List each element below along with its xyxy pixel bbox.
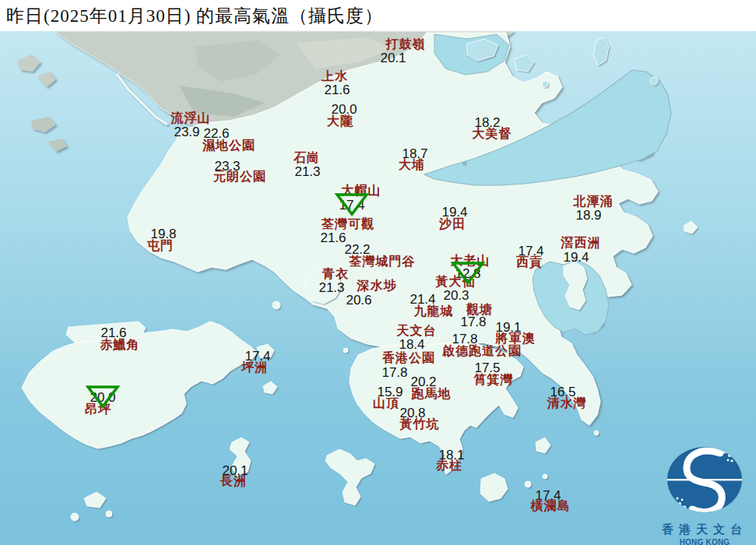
station-value: 23.9 (174, 125, 199, 139)
hko-logo-icon (656, 441, 753, 519)
station-name: 打鼓嶺 (386, 38, 426, 51)
station-name: 香港公園 (382, 352, 435, 364)
station-name: 大埔 (399, 159, 425, 171)
station-name: 赤柱 (436, 459, 462, 472)
station-value: 21.4 (410, 293, 435, 306)
station-name: 流浮山 (171, 112, 211, 125)
station-value: 21.3 (294, 165, 320, 178)
station-value: 20.3 (443, 289, 469, 302)
station-name: 筲箕灣 (474, 374, 514, 386)
station-name: 青衣 (322, 268, 349, 280)
station-name: 觀塘 (466, 304, 493, 316)
station-value: 21.3 (318, 281, 344, 294)
station-name: 大美督 (473, 128, 512, 140)
station-value: 21.6 (320, 231, 346, 244)
station-value: 17.8 (452, 332, 477, 346)
station-name: 九龍城 (414, 305, 454, 318)
station-value: 20.1 (380, 51, 406, 65)
station-value: 18.9 (575, 209, 601, 222)
station-value: 18.4 (399, 338, 424, 351)
station-name: 上水 (322, 70, 348, 83)
station-value: 22.6 (203, 127, 229, 140)
station-name: 大帽山 (342, 185, 382, 197)
station-value: 17.8 (382, 366, 407, 379)
station-name: 沙田 (439, 218, 466, 230)
station-value: 19.4 (563, 251, 589, 264)
station-value: 20.0 (331, 103, 357, 116)
station-name: 大隴 (327, 115, 353, 128)
station-name: 元朗公園 (213, 171, 266, 183)
station-name: 黃竹坑 (400, 418, 440, 431)
page-title: 昨日(2025年01月30日) 的最高氣溫（攝氏度） (6, 4, 383, 28)
station-name: 西貢 (516, 256, 543, 269)
station-name: 赤鱲角 (100, 339, 140, 351)
station-name: 天文台 (397, 325, 437, 337)
station-value: 17.8 (460, 315, 486, 329)
station-value: 20.0 (90, 391, 115, 404)
station-name: 深水埗 (357, 280, 397, 292)
station-name: 橫瀾島 (531, 500, 571, 512)
station-name: 滘西洲 (561, 237, 601, 249)
station-name: 北潭涌 (574, 195, 614, 208)
station-value: 21.6 (100, 326, 126, 339)
station-value: 20.6 (346, 294, 371, 307)
station-name: 濕地公園 (202, 139, 255, 152)
station-value: 22.2 (344, 243, 370, 256)
station-value: 17.4 (339, 199, 364, 212)
station-name: 昂坪 (85, 403, 111, 416)
hko-logo: 香港天文台 HONG KONG OBSERVATORY (656, 441, 753, 545)
station-name: 石崗 (294, 152, 320, 164)
hko-logo-cn-text: 香港天文台 (656, 522, 753, 537)
station-name: 跑馬地 (412, 388, 452, 400)
station-name: 荃灣城門谷 (350, 255, 416, 268)
station-value: 21.6 (324, 83, 350, 97)
weather-map-page: 昨日(2025年01月30日) 的最高氣溫（攝氏度） (0, 0, 756, 545)
station-name: 長洲 (220, 475, 247, 487)
station-name: 清水灣 (547, 397, 587, 410)
station-name: 坪洲 (241, 361, 268, 374)
station-name: 啟德跑道公園 (442, 345, 522, 357)
station-name: 屯門 (147, 240, 174, 252)
station-value: 19.4 (441, 206, 467, 219)
station-value: 20.2 (410, 375, 436, 389)
station-value: 17.5 (474, 361, 500, 374)
station-layer: 20.1打鼓嶺21.6上水20.0大隴18.2大美督23.9流浮山22.6濕地公… (0, 0, 756, 545)
station-value: 19.8 (150, 227, 176, 241)
station-name: 山頂 (373, 397, 399, 410)
hko-logo-en-text: HONG KONG OBSERVATORY (656, 538, 753, 545)
station-name: 大老山 (451, 255, 491, 267)
station-name: 將軍澳 (496, 332, 536, 345)
station-name: 荃灣可觀 (322, 218, 374, 230)
station-name: 黃大仙 (436, 276, 476, 288)
